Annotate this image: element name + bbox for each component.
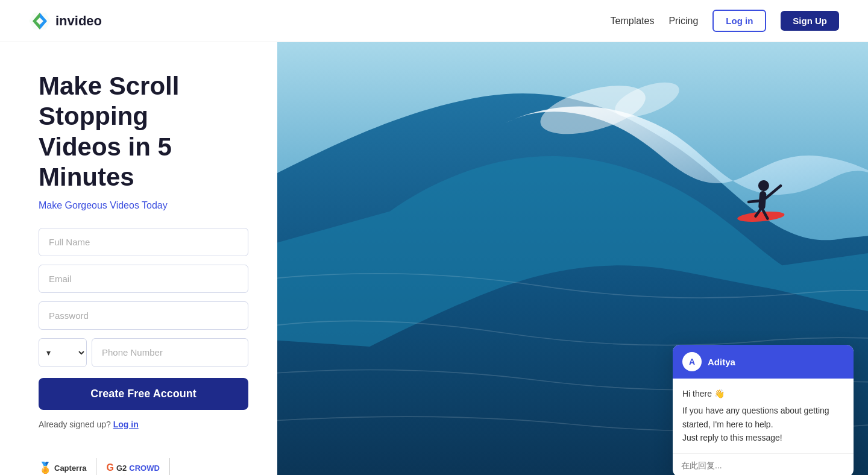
left-panel: Make Scroll Stopping Videos in 5 Minutes… (0, 42, 277, 475)
templates-link[interactable]: Templates (611, 16, 655, 27)
main-layout: Make Scroll Stopping Videos in 5 Minutes… (0, 42, 868, 475)
chat-agent-name: Aditya (708, 357, 735, 367)
chat-input-row (673, 453, 854, 475)
email-input[interactable] (39, 265, 248, 293)
chat-reply-input[interactable] (681, 461, 845, 470)
navbar: invideo Templates Pricing Log in Sign Up (0, 0, 868, 42)
nav-links: Templates Pricing Log in Sign Up (611, 10, 840, 32)
badge-divider-2 (169, 458, 170, 475)
g2-icon: G (106, 462, 113, 473)
login-button[interactable]: Log in (712, 10, 766, 32)
logo-text: invideo (55, 13, 102, 29)
capterra-icon: 🏅 (39, 461, 52, 474)
hero-title: Make Scroll Stopping Videos in 5 Minutes (39, 71, 248, 193)
country-code-select[interactable]: ▾ +1 +44 +91 (39, 338, 87, 367)
capterra-badge: 🏅 Capterra ★★★★★ (39, 461, 86, 475)
create-account-button[interactable]: Create Free Account (39, 378, 248, 410)
chat-body: Hi there 👋 If you have any questions abo… (673, 379, 854, 453)
password-input[interactable] (39, 301, 248, 330)
pricing-link[interactable]: Pricing (668, 16, 698, 27)
signin-text: Already signed up? Log in (39, 420, 248, 429)
chat-popup: A Aditya Hi there 👋 If you have any ques… (673, 345, 854, 475)
phone-row: ▾ +1 +44 +91 (39, 338, 248, 367)
g2-badge: G G2 CROWD ★★★★★ (106, 462, 159, 475)
chat-header: A Aditya (673, 345, 854, 379)
bottom-badges: 🏅 Capterra ★★★★★ G G2 CROWD ★★★★★ Total … (39, 458, 248, 475)
signin-link[interactable]: Log in (113, 420, 139, 429)
logo[interactable]: invideo (29, 10, 102, 32)
chat-avatar: A (682, 352, 702, 371)
phone-input[interactable] (92, 338, 248, 367)
invideo-logo-icon (29, 10, 51, 32)
hero-subtitle: Make Gorgeous Videos Today (39, 200, 248, 211)
right-panel: A Aditya Hi there 👋 If you have any ques… (277, 42, 868, 475)
signup-form: ▾ +1 +44 +91 Create Free Account (39, 228, 248, 410)
fullname-input[interactable] (39, 228, 248, 256)
signup-button[interactable]: Sign Up (781, 11, 839, 31)
badge-divider (96, 458, 96, 475)
chat-message: Hi there 👋 If you have any questions abo… (682, 387, 844, 445)
